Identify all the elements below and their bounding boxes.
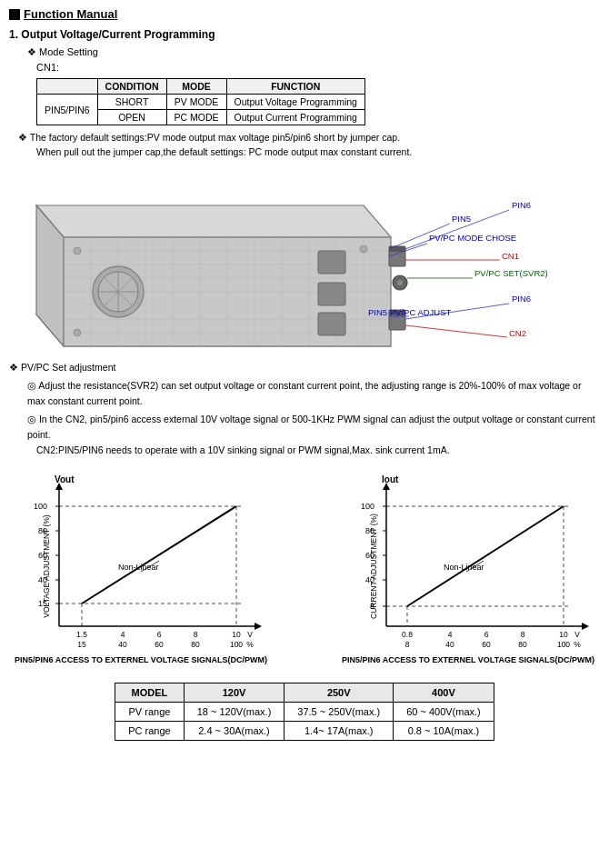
pv-range-label: PV range — [115, 703, 184, 722]
row2-function: Output Current Programming — [226, 110, 364, 125]
pc-range-400v: 0.8 ~ 10A(max.) — [394, 722, 494, 741]
pv-bullet1: ◎ — [27, 380, 38, 391]
svg-text:80: 80 — [191, 640, 200, 649]
svg-text:4: 4 — [121, 630, 125, 639]
model-header-400v: 400V — [394, 683, 494, 703]
svg-text:80: 80 — [38, 526, 47, 535]
row1-function: Output Voltage Programming — [226, 95, 364, 110]
svg-text:PV/PC MODE CHOSE: PV/PC MODE CHOSE — [429, 233, 516, 243]
svg-text:0.8: 0.8 — [402, 630, 413, 639]
pv-range-400v: 60 ~ 400V(max.) — [394, 703, 494, 722]
svg-text:10: 10 — [559, 630, 568, 639]
svg-text:4: 4 — [448, 630, 453, 639]
left-chart-title: PIN5/PIN6 ACCESS TO EXTERNEL VOLTAGE SIG… — [9, 655, 273, 664]
pv-set-line1: ◎ Adjust the resistance(SVR2) can set ou… — [27, 378, 600, 409]
factory-note: ❖ The factory default settings:PV mode o… — [18, 131, 600, 160]
svg-text:1.5: 1.5 — [76, 630, 87, 639]
cn1-label: CN1: — [36, 62, 600, 73]
left-chart-container: VOLTAGE ADJUSTMENT (%) Vout 100 — [9, 472, 273, 664]
model-row-pv: PV range 18 ~ 120V(max.) 37.5 ~ 250V(max… — [115, 703, 494, 722]
svg-text:CN2: CN2 — [509, 328, 526, 338]
svg-text:6: 6 — [157, 630, 162, 639]
svg-rect-33 — [389, 246, 405, 252]
pin5-pin6-label: PIN5/PIN6 — [37, 95, 98, 125]
svg-text:40: 40 — [118, 640, 127, 649]
page-title: Function Manual — [24, 7, 117, 21]
pv-range-250v: 37.5 ~ 250V(max.) — [285, 703, 394, 722]
svg-marker-1 — [36, 205, 391, 237]
row1-condition: SHORT — [97, 95, 166, 110]
svg-text:15: 15 — [77, 640, 86, 649]
model-header-250v: 250V — [285, 683, 394, 703]
svg-text:10: 10 — [232, 630, 241, 639]
svg-line-45 — [405, 325, 507, 337]
svg-text:%: % — [246, 640, 254, 649]
pc-range-label: PC range — [115, 722, 184, 741]
pc-range-250v: 1.4~ 17A(max.) — [285, 722, 394, 741]
pc-range-120v: 2.4 ~ 30A(max.) — [184, 722, 285, 741]
svg-marker-60 — [255, 623, 262, 630]
left-vout-label: Vout — [55, 474, 75, 484]
svg-text:8: 8 — [521, 630, 525, 639]
svg-text:8: 8 — [370, 602, 374, 611]
svg-text:100: 100 — [34, 502, 47, 511]
svg-point-54 — [74, 247, 81, 254]
svg-text:PV/PC SET(SVR2): PV/PC SET(SVR2) — [474, 268, 548, 278]
svg-text:6: 6 — [484, 630, 489, 639]
device-diagram: PIN5 PIN6 PV/PC MODE CHOSE CN1 PV/PC SET… — [9, 169, 600, 351]
left-nonlinear-label: Non-Linear — [118, 563, 159, 572]
model-table: MODEL 120V 250V 400V PV range 18 ~ 120V(… — [115, 683, 494, 741]
right-iout-label: Iout — [382, 474, 399, 484]
svg-rect-29 — [318, 251, 345, 274]
svg-text:60: 60 — [365, 551, 374, 560]
table-col-condition: CONDITION — [97, 79, 166, 95]
row1-mode: PV MODE — [166, 95, 226, 110]
svg-text:8: 8 — [405, 640, 410, 649]
svg-text:40: 40 — [38, 575, 47, 584]
svg-text:100: 100 — [557, 640, 570, 649]
svg-text:80: 80 — [365, 526, 374, 535]
table-col-function: FUNCTION — [226, 79, 364, 95]
svg-line-119 — [407, 506, 564, 606]
model-header-model: MODEL — [115, 683, 184, 703]
factory-note-line1: ❖ The factory default settings:PV mode o… — [18, 131, 600, 145]
mode-setting-title: ❖ Mode Setting — [27, 46, 600, 58]
model-table-wrap: MODEL 120V 250V 400V PV range 18 ~ 120V(… — [9, 683, 600, 741]
svg-text:100: 100 — [230, 640, 243, 649]
svg-point-37 — [397, 280, 403, 285]
svg-text:15: 15 — [38, 599, 47, 608]
svg-rect-30 — [318, 283, 345, 305]
svg-text:PIN5 PV/PC ADJUST: PIN5 PV/PC ADJUST — [368, 307, 452, 317]
mode-table: CONDITION MODE FUNCTION PIN5/PIN6 SHORT … — [36, 78, 365, 125]
pv-set-title: ❖ PV/PC Set adjustment — [9, 360, 600, 375]
svg-text:PIN5: PIN5 — [452, 214, 471, 224]
title-bar: Function Manual — [9, 7, 600, 21]
svg-text:40: 40 — [445, 640, 454, 649]
svg-marker-92 — [582, 623, 589, 630]
svg-text:80: 80 — [518, 640, 527, 649]
svg-line-87 — [82, 506, 236, 604]
svg-rect-31 — [318, 313, 345, 335]
svg-text:60: 60 — [482, 640, 491, 649]
svg-text:V: V — [574, 630, 580, 639]
svg-text:CN1: CN1 — [502, 251, 519, 261]
left-chart-svg: VOLTAGE ADJUSTMENT (%) Vout 100 — [9, 472, 273, 653]
title-icon — [9, 9, 20, 20]
svg-point-56 — [360, 245, 367, 253]
device-diagram-svg: PIN5 PIN6 PV/PC MODE CHOSE CN1 PV/PC SET… — [9, 169, 591, 351]
model-row-pc: PC range 2.4 ~ 30A(max.) 1.4~ 17A(max.) … — [115, 722, 494, 741]
row2-mode: PC MODE — [166, 110, 226, 125]
svg-text:8: 8 — [194, 630, 198, 639]
right-chart-title: PIN5/PIN6 ACCESS TO EXTERNEL VOLTAGE SIG… — [336, 655, 600, 664]
svg-text:V: V — [247, 630, 253, 639]
svg-text:40: 40 — [365, 575, 374, 584]
right-chart-svg: CURRENT ADJUSTMENT (%) Iout 100 80 — [336, 472, 600, 653]
pv-set-text2: In the CN2, pin5/pin6 access external 10… — [27, 414, 595, 440]
section1: 1. Output Voltage/Current Programming ❖ … — [9, 28, 600, 741]
right-chart-container: CURRENT ADJUSTMENT (%) Iout 100 80 — [336, 472, 600, 664]
factory-note-line2: When pull out the jumper cap,the default… — [36, 145, 600, 160]
svg-text:100: 100 — [361, 502, 374, 511]
pv-set-line2b: CN2:PIN5/PIN6 needs to operate with a 10… — [36, 443, 600, 458]
svg-point-55 — [74, 329, 81, 336]
charts-row: VOLTAGE ADJUSTMENT (%) Vout 100 — [9, 472, 600, 664]
